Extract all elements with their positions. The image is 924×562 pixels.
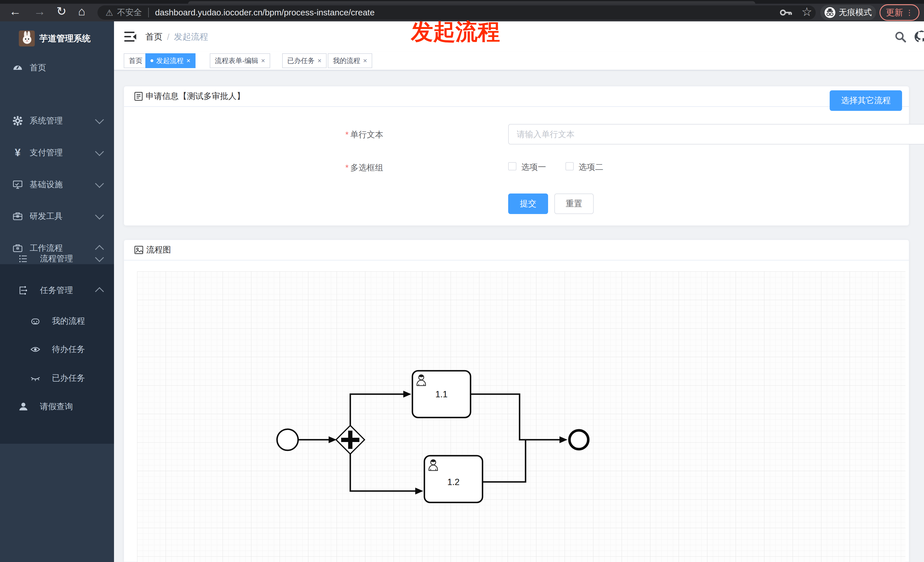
flow-tree-icon [18, 285, 29, 296]
chevron-down-icon [95, 147, 104, 156]
sidebar-item-home[interactable]: 首页 [0, 52, 114, 84]
robot-icon [30, 315, 41, 327]
sidebar-item-label: 我的流程 [52, 315, 85, 327]
yen-icon: ¥ [12, 147, 23, 159]
sidebar-logo[interactable]: 芋道管理系统 [0, 27, 114, 50]
picture-icon [134, 246, 143, 254]
tab-label: 发起流程 [156, 56, 183, 65]
forward-icon[interactable]: → [34, 5, 46, 17]
reload-icon[interactable]: ↻ [56, 5, 66, 17]
sidebar-item-devtools[interactable]: 研发工具 [0, 200, 114, 232]
bpmn-diagram: 1.1 1.2 [137, 271, 906, 562]
active-dot [150, 59, 153, 62]
url-text[interactable]: dashboard.yudao.iocoder.cn/bpm/process-i… [155, 8, 375, 17]
password-key-icon[interactable] [780, 8, 792, 17]
github-icon[interactable] [914, 30, 924, 43]
kebab-menu-icon[interactable]: ⋮ [906, 8, 913, 17]
sidebar-item-my-process[interactable]: 我的流程 [0, 305, 114, 337]
search-icon[interactable] [894, 31, 906, 43]
user-icon [18, 401, 29, 412]
arrowhead [415, 488, 423, 495]
start-event[interactable] [277, 429, 298, 450]
breadcrumb-separator: / [167, 32, 169, 42]
incognito-label: 无痕模式 [839, 7, 872, 18]
close-icon[interactable]: × [363, 57, 367, 65]
chevron-down-icon [95, 211, 104, 219]
apply-info-card: 申请信息【测试多审批人】 选择其它流程 *单行文本 *多选框组 选项一 选项二 … [124, 86, 909, 226]
sidebar-item-done-tasks[interactable]: 已办任务 [0, 362, 114, 394]
gear-icon [12, 115, 23, 127]
close-icon[interactable]: × [261, 57, 265, 65]
end-event[interactable] [570, 430, 588, 449]
required-asterisk: * [345, 163, 349, 172]
sidebar-item-task-mgmt[interactable]: 任务管理 [0, 274, 114, 306]
apply-card-title: 申请信息【测试多审批人】 [146, 91, 245, 102]
sidebar-item-process-mgmt[interactable]: 流程管理 [0, 243, 114, 275]
close-icon[interactable]: × [318, 57, 321, 65]
document-icon [134, 92, 143, 101]
chevron-down-icon [95, 253, 104, 262]
process-diagram-card: 流程图 [124, 240, 909, 562]
browser-update-button[interactable]: 更新 ⋮ [879, 4, 920, 21]
sidebar-item-leave-query[interactable]: 请假查询 [0, 391, 114, 423]
update-label: 更新 [886, 7, 903, 18]
sidebar-item-label: 首页 [30, 62, 46, 73]
security-label[interactable]: 不安全 [117, 7, 142, 18]
monitor-icon [12, 179, 23, 190]
checkbox-label-2[interactable]: 选项二 [579, 162, 603, 173]
tab-label: 我的流程 [333, 56, 360, 65]
sidebar-item-payment[interactable]: ¥ 支付管理 [0, 137, 114, 169]
chevron-down-icon [95, 115, 104, 124]
tab-form-edit[interactable]: 流程表单-编辑 × [210, 53, 270, 68]
tab-start-process[interactable]: 发起流程 × [146, 53, 195, 68]
tab-my-process[interactable]: 我的流程 × [328, 53, 372, 68]
flow-task1-to-end[interactable] [471, 394, 560, 440]
logo-rabbit-image [19, 30, 35, 46]
hamburger-icon[interactable] [124, 31, 137, 42]
screen: ← → ↻ ⌂ ⚠ 不安全 dashboard.yudao.iocoder.cn… [0, 0, 924, 562]
home-icon[interactable]: ⌂ [78, 5, 85, 17]
bookmark-star-icon[interactable]: ☆ [801, 5, 812, 19]
eye-closed-icon [30, 373, 41, 384]
sidebar-item-label: 系统管理 [30, 115, 63, 127]
checkbox-label-1[interactable]: 选项一 [521, 162, 546, 173]
checkbox-option-2[interactable] [566, 162, 574, 171]
incognito-icon [825, 7, 836, 18]
tags-view: 首页 发起流程 × 流程表单-编辑 × 已办任务 × 我的流程 × [114, 52, 924, 70]
browser-tab-strip [0, 0, 924, 4]
sidebar-item-label: 请假查询 [40, 401, 73, 412]
chevron-down-icon [95, 179, 104, 188]
list-tree-icon [18, 253, 29, 264]
task-label: 1.1 [435, 389, 447, 399]
tab-home[interactable]: 首页 [124, 53, 148, 68]
browser-active-tab[interactable] [188, 1, 755, 4]
sidebar-item-label: 基础设施 [30, 179, 63, 190]
close-icon[interactable]: × [186, 57, 190, 65]
reset-button[interactable]: 重置 [554, 193, 594, 214]
breadcrumb: 首页 / 发起流程 [146, 31, 208, 43]
single-line-text-input[interactable] [508, 124, 924, 144]
submit-button[interactable]: 提交 [508, 193, 548, 214]
flow-task2-to-end[interactable] [483, 440, 525, 482]
sidebar-item-label: 研发工具 [30, 211, 63, 222]
tab-label: 首页 [129, 56, 142, 65]
sidebar-item-system[interactable]: 系统管理 [0, 105, 114, 137]
arrowhead [403, 391, 411, 397]
bpmn-canvas[interactable]: 1.1 1.2 [137, 271, 906, 562]
back-icon[interactable]: ← [9, 5, 21, 17]
sidebar-item-todo-tasks[interactable]: 待办任务 [0, 333, 114, 366]
sidebar-item-label: 任务管理 [40, 285, 73, 296]
sidebar-item-infra[interactable]: 基础设施 [0, 169, 114, 201]
diagram-card-header: 流程图 [124, 240, 909, 261]
flow-gateway-to-task1[interactable] [350, 394, 403, 426]
tab-label: 已办任务 [287, 56, 315, 65]
checkbox-option-1[interactable] [508, 162, 516, 171]
tab-label: 流程表单-编辑 [215, 56, 258, 65]
tab-done-tasks[interactable]: 已办任务 × [282, 53, 327, 68]
dashboard-icon [12, 62, 23, 73]
apply-card-header: 申请信息【测试多审批人】 [124, 86, 909, 107]
flow-gateway-to-task2[interactable] [350, 454, 415, 491]
choose-other-process-button[interactable]: 选择其它流程 [830, 90, 902, 111]
annotation-text: 发起流程 [411, 17, 668, 47]
breadcrumb-home[interactable]: 首页 [146, 31, 162, 43]
